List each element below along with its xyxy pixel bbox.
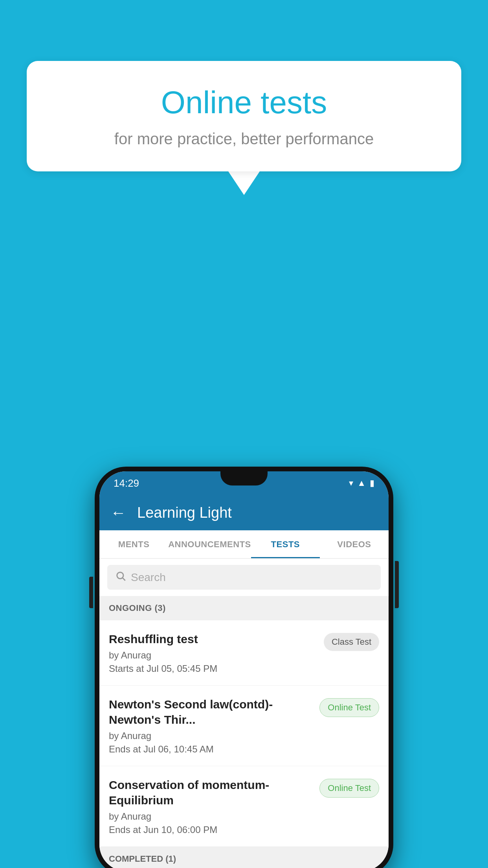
notch [220, 471, 268, 485]
test-title-newton: Newton's Second law(contd)-Newton's Thir… [109, 697, 312, 727]
test-item-newton[interactable]: Newton's Second law(contd)-Newton's Thir… [99, 686, 389, 766]
speech-bubble-section: Online tests for more practice, better p… [27, 61, 461, 195]
test-item-content-conservation: Conservation of momentum-Equilibrium by … [109, 777, 312, 835]
badge-conservation: Online Test [319, 779, 379, 798]
tab-bar: MENTS ANNOUNCEMENTS TESTS VIDEOS [99, 530, 389, 559]
ongoing-section-header: ONGOING (3) [99, 596, 389, 620]
wifi-icon: ▾ [349, 478, 353, 488]
bubble-subtitle: for more practice, better performance [58, 130, 430, 148]
search-container: Search [99, 559, 389, 596]
phone-wrapper: 14:29 ▾ ▲ ▮ ← Learning Light MENTS ANNOU… [95, 467, 393, 868]
svg-point-0 [117, 572, 123, 579]
search-icon [115, 570, 126, 584]
speech-bubble-card: Online tests for more practice, better p… [27, 61, 461, 171]
app-header: ← Learning Light [99, 495, 389, 530]
test-item-content: Reshuffling test by Anurag Starts at Jul… [109, 631, 316, 674]
bubble-title: Online tests [58, 85, 430, 121]
phone-screen: 14:29 ▾ ▲ ▮ ← Learning Light MENTS ANNOU… [99, 471, 389, 868]
test-title-conservation: Conservation of momentum-Equilibrium [109, 777, 312, 808]
search-box[interactable]: Search [107, 565, 381, 590]
tab-tests[interactable]: TESTS [251, 530, 320, 558]
phone-frame: 14:29 ▾ ▲ ▮ ← Learning Light MENTS ANNOU… [95, 467, 393, 868]
test-time-reshuffling: Starts at Jul 05, 05:45 PM [109, 663, 316, 674]
completed-section-header: COMPLETED (1) [99, 847, 389, 868]
badge-newton: Online Test [319, 698, 379, 717]
test-author-conservation: by Anurag [109, 811, 312, 822]
status-time: 14:29 [114, 477, 139, 489]
test-time-conservation: Ends at Jun 10, 06:00 PM [109, 824, 312, 835]
tab-videos[interactable]: VIDEOS [320, 530, 389, 558]
svg-line-1 [123, 578, 125, 580]
tab-ments[interactable]: MENTS [99, 530, 168, 558]
battery-icon: ▮ [370, 478, 374, 488]
test-time-newton: Ends at Jul 06, 10:45 AM [109, 744, 312, 755]
test-author-reshuffling: by Anurag [109, 650, 316, 661]
test-title-reshuffling: Reshuffling test [109, 631, 316, 647]
search-placeholder: Search [131, 571, 166, 584]
app-title: Learning Light [137, 504, 232, 521]
status-icons: ▾ ▲ ▮ [349, 478, 374, 488]
test-item-conservation[interactable]: Conservation of momentum-Equilibrium by … [99, 766, 389, 847]
status-bar: 14:29 ▾ ▲ ▮ [99, 471, 389, 495]
bubble-arrow [228, 171, 260, 195]
badge-reshuffling: Class Test [324, 633, 379, 651]
signal-icon: ▲ [357, 478, 366, 488]
test-item-reshuffling[interactable]: Reshuffling test by Anurag Starts at Jul… [99, 620, 389, 686]
test-item-content-newton: Newton's Second law(contd)-Newton's Thir… [109, 697, 312, 755]
test-author-newton: by Anurag [109, 730, 312, 741]
tab-announcements[interactable]: ANNOUNCEMENTS [168, 530, 251, 558]
back-button[interactable]: ← [110, 504, 126, 522]
